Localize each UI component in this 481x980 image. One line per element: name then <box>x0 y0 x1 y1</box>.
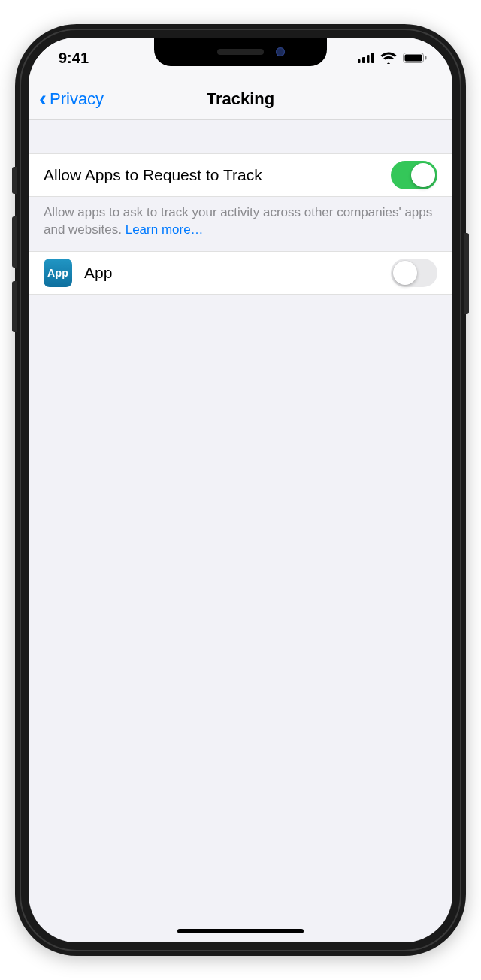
learn-more-link[interactable]: Learn more… <box>126 222 204 237</box>
mute-switch <box>12 167 17 194</box>
footer-description: Allow apps to ask to track your activity… <box>44 205 432 237</box>
cellular-icon <box>358 53 374 63</box>
svg-rect-0 <box>358 59 361 63</box>
speaker-grille <box>217 49 264 55</box>
status-icons <box>358 52 427 64</box>
volume-down-button <box>12 281 17 332</box>
front-camera <box>276 47 285 56</box>
svg-rect-6 <box>425 56 427 60</box>
battery-icon <box>403 53 427 63</box>
svg-rect-2 <box>367 55 370 63</box>
wifi-icon <box>380 52 397 64</box>
svg-rect-3 <box>371 53 374 63</box>
allow-apps-request-label: Allow Apps to Request to Track <box>44 166 391 184</box>
home-indicator[interactable] <box>177 929 304 933</box>
app-icon: App <box>44 259 72 287</box>
svg-rect-1 <box>362 57 365 63</box>
back-button-label: Privacy <box>50 89 104 109</box>
app-name-label: App <box>84 264 391 282</box>
back-button[interactable]: ‹ Privacy <box>39 89 104 110</box>
screen: 9:41 <box>29 38 452 942</box>
chevron-left-icon: ‹ <box>39 87 47 110</box>
app-tracking-toggle[interactable] <box>391 259 437 287</box>
status-time: 9:41 <box>59 50 89 67</box>
toggle-knob <box>411 163 435 187</box>
allow-apps-footer: Allow apps to ask to track your activity… <box>29 197 452 251</box>
toggle-knob <box>393 261 417 285</box>
svg-rect-5 <box>405 55 422 62</box>
device-notch <box>154 38 327 66</box>
allow-apps-request-cell: Allow Apps to Request to Track <box>29 153 452 197</box>
power-button <box>464 233 469 314</box>
phone-device-frame: 9:41 <box>15 24 466 956</box>
navigation-bar: ‹ Privacy Tracking <box>29 78 452 120</box>
volume-up-button <box>12 216 17 268</box>
allow-apps-request-toggle[interactable] <box>391 161 437 189</box>
app-tracking-cell: App App <box>29 251 452 295</box>
section-spacer <box>29 120 452 153</box>
